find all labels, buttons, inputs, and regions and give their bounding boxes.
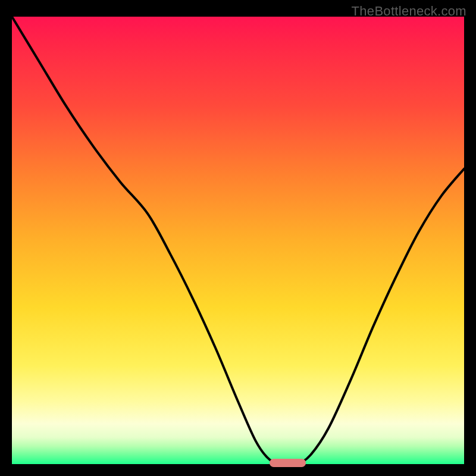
watermark-text: TheBottleneck.com [352,4,466,19]
optimal-range-marker [270,459,306,467]
chart-frame: TheBottleneck.com [0,0,476,476]
bottleneck-curve [12,17,464,464]
curve-svg [12,17,464,464]
plot-area [12,17,464,464]
